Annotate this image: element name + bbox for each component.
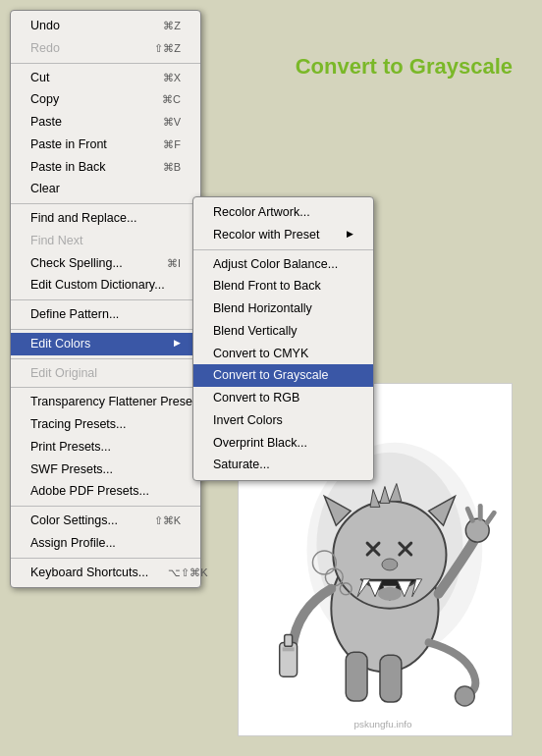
submenu-item-invert-colors[interactable]: Invert Colors: [193, 409, 373, 432]
submenu-item-recolor-artwork[interactable]: Recolor Artwork...: [193, 201, 373, 224]
submenu-item-blend-front[interactable]: Blend Front to Back: [193, 275, 373, 297]
submenu-item-convert-cmyk[interactable]: Convert to CMYK: [193, 343, 373, 365]
menu-item-define-pattern[interactable]: Define Pattern...: [11, 303, 200, 326]
svg-text:pskungfu.info: pskungfu.info: [353, 719, 411, 729]
menu-item-color-settings[interactable]: Color Settings... ⇧⌘K: [11, 510, 200, 532]
menu-item-pdf-presets[interactable]: Adobe PDF Presets...: [11, 480, 200, 503]
submenu-item-overprint-black[interactable]: Overprint Black...: [193, 432, 373, 455]
submenu-item-blend-vertical[interactable]: Blend Vertically: [193, 320, 373, 343]
top-section: Undo ⌘Z Redo ⇧⌘Z Cut ⌘X Copy ⌘C Paste ⌘V…: [0, 0, 542, 363]
menu-item-find-next: Find Next: [11, 230, 200, 252]
page-title: Convert to Grayscale: [296, 54, 513, 80]
svg-point-32: [455, 686, 474, 706]
menu-item-edit-dictionary[interactable]: Edit Custom Dictionary...: [11, 274, 200, 297]
edit-colors-submenu[interactable]: Recolor Artwork... Recolor with Preset A…: [192, 196, 374, 481]
menu-item-assign-profile[interactable]: Assign Profile...: [11, 532, 200, 555]
submenu-item-blend-horizontal[interactable]: Blend Horizontally: [193, 297, 373, 320]
menu-item-undo[interactable]: Undo ⌘Z: [11, 15, 200, 37]
menu-item-edit-colors[interactable]: Edit Colors: [11, 333, 200, 355]
menu-item-keyboard-shortcuts[interactable]: Keyboard Shortcuts... ⌥⇧⌘K: [11, 562, 200, 584]
menu-item-copy[interactable]: Copy ⌘C: [11, 88, 200, 111]
svg-rect-6: [285, 634, 293, 646]
edit-menu[interactable]: Undo ⌘Z Redo ⇧⌘Z Cut ⌘X Copy ⌘C Paste ⌘V…: [10, 10, 201, 588]
svg-rect-4: [380, 655, 402, 702]
menu-item-redo: Redo ⇧⌘Z: [11, 37, 200, 60]
menu-item-swf-presets[interactable]: SWF Presets...: [11, 459, 200, 481]
menu-item-find-replace[interactable]: Find and Replace...: [11, 207, 200, 230]
menu-item-cut[interactable]: Cut ⌘X: [11, 67, 200, 89]
menu-item-clear[interactable]: Clear: [11, 178, 200, 200]
submenu-item-recolor-preset[interactable]: Recolor with Preset: [193, 224, 373, 246]
submenu-item-convert-rgb[interactable]: Convert to RGB: [193, 387, 373, 409]
submenu-item-saturate[interactable]: Saturate...: [193, 454, 373, 476]
menu-item-edit-original: Edit Original: [11, 362, 200, 385]
menu-item-tracing-presets[interactable]: Tracing Presets...: [11, 413, 200, 436]
menu-item-paste[interactable]: Paste ⌘V: [11, 111, 200, 134]
svg-line-11: [487, 513, 494, 522]
menu-item-print-presets[interactable]: Print Presets...: [11, 436, 200, 459]
svg-point-23: [378, 587, 402, 601]
menu-item-paste-back[interactable]: Paste in Back ⌘B: [11, 156, 200, 179]
menu-item-paste-front[interactable]: Paste in Front ⌘F: [11, 134, 200, 156]
svg-rect-3: [346, 652, 367, 701]
submenu-item-convert-grayscale[interactable]: Convert to Grayscale: [193, 364, 373, 387]
svg-point-19: [382, 559, 398, 570]
menu-item-check-spelling[interactable]: Check Spelling... ⌘I: [11, 252, 200, 275]
menu-item-transparency-presets[interactable]: Transparency Flattener Presets...: [11, 391, 200, 413]
submenu-item-adjust-color[interactable]: Adjust Color Balance...: [193, 253, 373, 276]
svg-rect-7: [283, 647, 295, 651]
